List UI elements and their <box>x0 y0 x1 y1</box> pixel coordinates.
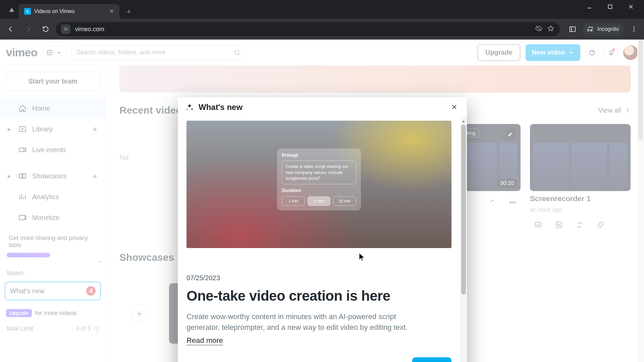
info-icon[interactable] <box>94 326 100 332</box>
chevron-right-icon <box>625 107 631 113</box>
browser-window: v Videos on Vimeo ✕ ＋ vimeo.com <box>0 0 644 362</box>
sidebar-whats-new[interactable]: What's new 4 <box>5 282 101 300</box>
sidebar-item-label: Live events <box>32 146 66 154</box>
upgrade-tail-text: for more videos <box>35 310 77 317</box>
site-settings-icon[interactable] <box>61 24 70 34</box>
svg-rect-0 <box>608 5 612 9</box>
hero-duration-option: 5 min <box>308 196 331 206</box>
video-actions <box>530 217 631 233</box>
home-icon <box>18 104 27 113</box>
add-to-library-button[interactable]: ＋ <box>90 124 100 134</box>
sidebar-item-label: Analytics <box>32 193 59 201</box>
svg-point-8 <box>592 54 593 54</box>
workspace-switcher[interactable] <box>43 46 66 59</box>
nav-forward-button[interactable] <box>21 22 36 37</box>
search-input-wrapper[interactable] <box>71 45 246 60</box>
video-thumbnail[interactable] <box>530 124 631 191</box>
review-button[interactable] <box>530 217 546 233</box>
browser-menu-button[interactable] <box>627 22 641 36</box>
recent-videos-heading: Recent videos <box>119 105 187 116</box>
window-minimize-button[interactable] <box>579 0 600 13</box>
modal-paragraph: Create wow-worthy content in minutes wit… <box>186 311 428 333</box>
vimeo-logo[interactable]: vimeo <box>6 46 37 59</box>
search-icon <box>233 49 241 56</box>
sidebar-item-library[interactable]: ▸ Library ＋ <box>0 119 106 139</box>
avatar[interactable] <box>623 45 638 60</box>
add-showcase-button[interactable]: ＋ <box>90 171 100 181</box>
search-input[interactable] <box>76 49 229 56</box>
sidebar-item-label: Monetize <box>32 214 59 222</box>
incognito-chip[interactable]: Incognito <box>583 23 624 36</box>
video-card[interactable]: Screenrecorder 1 an hour ago <box>530 124 631 233</box>
more-button[interactable] <box>504 194 521 210</box>
video-meta: an hour ago <box>530 206 631 214</box>
svg-rect-10 <box>19 148 24 152</box>
sidebar-item-home[interactable]: Home <box>0 98 106 119</box>
hero-prompt-text: Create a video script sharing our new co… <box>282 161 356 184</box>
svg-point-2 <box>633 27 634 28</box>
sidebar-item-monetize[interactable]: Monetize <box>0 207 106 228</box>
address-bar[interactable]: vimeo.com <box>56 22 560 36</box>
modal-headline: One-take video creation is here <box>186 288 451 304</box>
nav-reload-button[interactable] <box>38 22 53 37</box>
sidebar-promo-text: Get more sharing and privacy tools <box>5 231 100 249</box>
chevron-down-icon <box>56 49 62 56</box>
swap-button[interactable] <box>572 217 588 233</box>
try-it-button[interactable]: Try it <box>412 357 451 362</box>
modal-scrollbar[interactable]: ▴ ▾ <box>460 117 467 362</box>
tab-search-button[interactable] <box>5 3 19 17</box>
link-button[interactable] <box>592 217 608 233</box>
svg-point-17 <box>512 202 513 203</box>
svg-rect-11 <box>19 174 22 178</box>
sidebar-item-live-events[interactable]: Live events <box>0 139 106 160</box>
tab-strip: v Videos on Vimeo ✕ ＋ <box>0 0 644 19</box>
modal-close-button[interactable]: ✕ <box>449 102 460 113</box>
sidebar-scroll-down-icon[interactable]: ⌄ <box>0 257 106 264</box>
edit-thumbnail-button[interactable] <box>504 127 517 141</box>
sidebar-item-label: Library <box>32 125 53 133</box>
download-button[interactable] <box>551 217 567 233</box>
window-maximize-button[interactable] <box>600 0 621 13</box>
library-icon <box>18 125 27 133</box>
incognito-eye-icon[interactable] <box>535 25 542 34</box>
svg-point-15 <box>96 327 97 328</box>
svg-point-16 <box>510 202 511 203</box>
page: vimeo Upgrade New video <box>0 40 644 362</box>
analytics-icon <box>18 192 27 201</box>
read-more-link[interactable]: Read more <box>186 336 223 345</box>
sparkle-icon <box>185 103 194 112</box>
new-tab-button[interactable]: ＋ <box>123 5 135 17</box>
modal-body: Prompt Create a video script sharing our… <box>178 117 460 362</box>
whats-new-label: What's new <box>10 287 45 295</box>
total-limit-value: 3 of 3 <box>76 325 91 332</box>
start-team-button[interactable]: Start your team <box>5 72 100 90</box>
sidepanel-icon[interactable] <box>566 22 579 36</box>
browser-tab-active[interactable]: v Videos on Vimeo ✕ <box>19 4 119 19</box>
page-scrollbar[interactable] <box>637 40 644 362</box>
sidebar-upgrade-row[interactable]: Upgrade for more videos <box>0 302 106 319</box>
share-button[interactable] <box>484 194 500 210</box>
showcases-icon <box>18 172 27 180</box>
window-close-button[interactable] <box>621 0 641 13</box>
placeholder-text: Ne <box>119 153 129 162</box>
view-all-link[interactable]: View all <box>598 107 631 114</box>
sidebar-item-analytics[interactable]: Analytics <box>0 186 106 207</box>
notifications-button[interactable] <box>604 46 618 59</box>
nav-back-button[interactable] <box>3 22 18 37</box>
total-limit-label: Total Limit <box>6 325 33 332</box>
help-button[interactable] <box>586 46 599 59</box>
add-showcase-circle[interactable]: ＋ <box>131 305 148 322</box>
tab-title: Videos on Vimeo <box>34 8 106 14</box>
svg-rect-19 <box>535 222 541 227</box>
bookmark-star-icon[interactable] <box>547 25 554 34</box>
sidebar-item-label: Showcases <box>32 172 66 180</box>
tab-close-button[interactable]: ✕ <box>109 8 114 15</box>
new-video-button[interactable]: New video <box>526 44 580 61</box>
upgrade-button[interactable]: Upgrade <box>478 44 520 61</box>
scroll-up-icon[interactable]: ▴ <box>460 117 467 125</box>
svg-rect-12 <box>23 174 26 178</box>
chevron-down-icon <box>568 50 574 56</box>
hero-duration-option: 10 min <box>333 196 356 206</box>
sidebar-item-showcases[interactable]: ▸ Showcases ＋ <box>0 166 106 186</box>
svg-point-18 <box>514 202 516 203</box>
